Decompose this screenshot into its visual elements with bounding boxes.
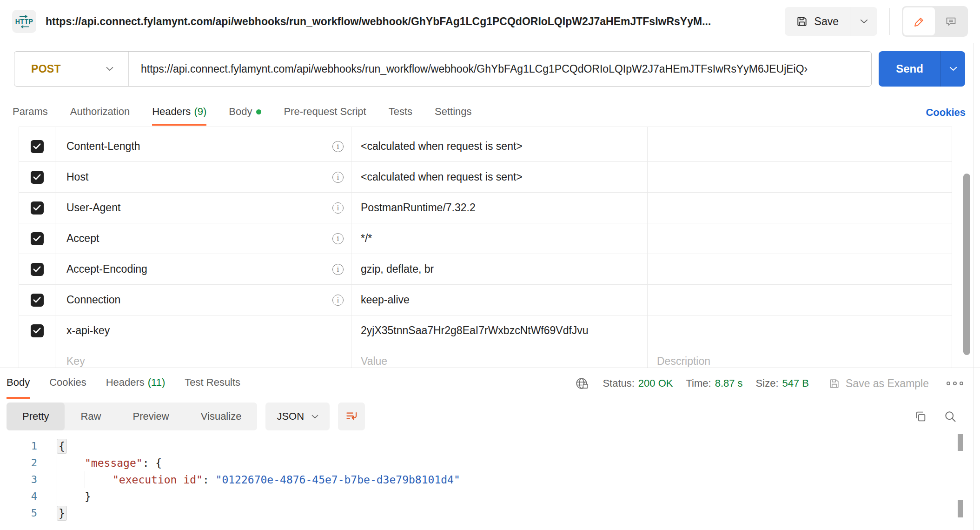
url-input[interactable]: https://api.connect.fylamynt.com/api/web… xyxy=(129,63,808,75)
code-token: { xyxy=(155,455,162,471)
save-options-button[interactable] xyxy=(850,7,877,36)
indent-guide xyxy=(57,455,85,471)
tab-settings[interactable]: Settings xyxy=(435,100,472,126)
header-key-cell[interactable]: Connectioni xyxy=(55,285,351,315)
header-value-cell[interactable]: keep-alive xyxy=(351,285,648,315)
info-icon[interactable]: i xyxy=(332,172,344,183)
response-panel: Body Cookies Headers (11) Test Results S… xyxy=(0,368,980,530)
code-line-content: "message": { xyxy=(57,455,162,471)
save-button[interactable]: Save xyxy=(785,7,850,36)
row-checkbox[interactable] xyxy=(31,294,44,307)
header-value: 2yjX35tnnSaa7Hr2g8EaI7rWxbzcNtWf69VdfJvu xyxy=(361,324,589,337)
tab-params[interactable]: Params xyxy=(13,100,48,126)
send-options-button[interactable] xyxy=(941,51,965,87)
header-value-cell[interactable]: 2yjX35tnnSaa7Hr2g8EaI7rWxbzcNtWf69VdfJvu xyxy=(351,315,648,346)
row-checkbox[interactable] xyxy=(31,171,44,184)
header-value-cell[interactable]: */* xyxy=(351,223,648,254)
send-button[interactable]: Send xyxy=(879,51,940,87)
header-value-cell[interactable]: gzip, deflate, br xyxy=(351,254,648,284)
tab-label: Authorization xyxy=(70,106,130,118)
header-value-cell[interactable]: <calculated when request is sent> xyxy=(351,131,648,161)
row-checkbox[interactable] xyxy=(31,201,44,215)
row-checkbox[interactable] xyxy=(31,263,44,276)
table-row: Accept-Encodingigzip, deflate, br xyxy=(19,254,952,285)
response-body-editor[interactable]: 1{2"message": {3"execution_id": "0122670… xyxy=(0,434,980,522)
search-icon[interactable] xyxy=(944,410,957,423)
header-description-cell[interactable] xyxy=(648,254,952,284)
row-checkbox[interactable] xyxy=(31,324,44,337)
more-actions-icon[interactable] xyxy=(947,382,963,385)
response-tab-test-results[interactable]: Test Results xyxy=(185,368,240,399)
header-description-cell[interactable] xyxy=(648,285,952,315)
table-row: Accepti*/* xyxy=(19,223,952,254)
tab-label: Body xyxy=(7,376,30,389)
header-description-cell[interactable] xyxy=(648,223,952,254)
info-icon[interactable]: i xyxy=(332,233,344,244)
code-token: } xyxy=(85,488,91,505)
tab-headers[interactable]: Headers (9) xyxy=(152,100,206,126)
tab-label: Headers xyxy=(106,376,145,389)
row-checkbox[interactable] xyxy=(31,140,44,153)
code-line-content: "execution_id": "0122670e-4876-45e7-b7be… xyxy=(57,471,460,488)
header-key: x-api-key xyxy=(66,324,110,337)
header-key-cell[interactable]: Hosti xyxy=(55,162,351,192)
cookies-link[interactable]: Cookies xyxy=(926,100,966,126)
row-checkbox-cell xyxy=(19,162,55,192)
response-scrollbar-thumb[interactable] xyxy=(958,500,963,517)
code-token: "0122670e-4876-45e7-b7be-d3e79b8101d4" xyxy=(216,471,460,488)
network-globe-lock-icon[interactable] xyxy=(575,376,589,391)
info-icon[interactable]: i xyxy=(332,264,344,275)
response-tab-headers[interactable]: Headers (11) xyxy=(106,368,166,399)
header-key-cell[interactable]: Accept-Encodingi xyxy=(55,254,351,284)
view-pretty[interactable]: Pretty xyxy=(7,403,65,430)
info-icon[interactable]: i xyxy=(332,295,344,306)
tab-tests[interactable]: Tests xyxy=(389,100,412,126)
info-icon[interactable]: i xyxy=(332,141,344,152)
header-description-cell[interactable] xyxy=(648,131,952,161)
tab-label: Test Results xyxy=(185,376,240,389)
comments-button[interactable] xyxy=(935,7,967,35)
method-label: POST xyxy=(31,63,61,75)
header-key-cell[interactable]: Content-Lengthi xyxy=(55,131,351,161)
value-placeholder-cell[interactable]: Value xyxy=(351,346,648,368)
view-visualize[interactable]: Visualize xyxy=(185,403,258,430)
edit-mode-button[interactable] xyxy=(903,7,935,35)
code-token: "execution_id" xyxy=(113,471,203,488)
header-description-cell[interactable] xyxy=(648,193,952,223)
header-key: Content-Length xyxy=(66,140,140,153)
language-selector[interactable]: JSON xyxy=(265,403,330,430)
header-key-cell[interactable]: Accepti xyxy=(55,223,351,254)
info-icon[interactable]: i xyxy=(332,202,344,214)
header-description-cell[interactable] xyxy=(648,162,952,192)
tab-body[interactable]: Body xyxy=(229,100,261,126)
response-tab-body[interactable]: Body xyxy=(7,368,30,399)
request-panel-scrollbar[interactable] xyxy=(963,174,970,355)
header-key-cell[interactable]: x-api-key xyxy=(55,315,351,346)
header-key: Host xyxy=(66,171,88,183)
header-value: <calculated when request is sent> xyxy=(361,171,523,183)
row-checkbox[interactable] xyxy=(31,232,44,245)
view-preview[interactable]: Preview xyxy=(117,403,185,430)
key-placeholder-cell[interactable]: Key xyxy=(55,346,351,368)
header-value: keep-alive xyxy=(361,294,410,306)
header-key: User-Agent xyxy=(66,201,120,214)
header-value-cell[interactable]: PostmanRuntime/7.32.2 xyxy=(351,193,648,223)
tab-authorization[interactable]: Authorization xyxy=(70,100,130,126)
status-badge: Status:200 OK xyxy=(603,377,673,389)
header-key: Accept-Encoding xyxy=(66,263,147,275)
save-icon xyxy=(828,378,840,389)
save-as-example-button[interactable]: Save as Example xyxy=(828,377,929,390)
method-selector[interactable]: POST xyxy=(14,52,128,86)
copy-icon[interactable] xyxy=(914,410,927,423)
header-key-cell[interactable]: User-Agenti xyxy=(55,193,351,223)
wrap-text-button[interactable] xyxy=(338,403,365,430)
view-raw[interactable]: Raw xyxy=(65,403,117,430)
response-tab-cookies[interactable]: Cookies xyxy=(49,368,86,399)
description-placeholder-cell[interactable]: Description xyxy=(648,346,952,368)
response-scrollbar-thumb[interactable] xyxy=(958,434,963,451)
header-value-cell[interactable]: <calculated when request is sent> xyxy=(351,162,648,192)
headers-table: Content-Lengthi<calculated when request … xyxy=(19,127,952,368)
indent-guide xyxy=(85,471,113,488)
header-description-cell[interactable] xyxy=(648,315,952,346)
tab-pre-request-script[interactable]: Pre-request Script xyxy=(284,100,366,126)
